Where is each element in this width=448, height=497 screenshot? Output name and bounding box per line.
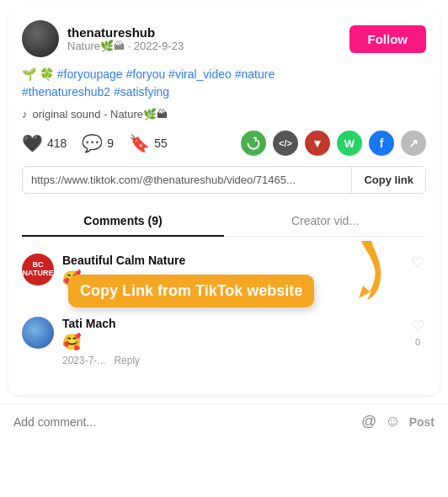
comments-action[interactable]: 💬 9 — [82, 133, 114, 153]
share-code-icon[interactable]: </> — [273, 131, 298, 156]
share-forward-icon[interactable]: ↗ — [401, 131, 426, 156]
tab-creator-videos[interactable]: Creator vid... — [224, 206, 426, 236]
tab-comments[interactable]: Comments (9) — [22, 206, 224, 236]
post-header: thenatureshub Nature🌿🏔 · 2022-9-23 Follo… — [22, 20, 426, 57]
bookmarks-action[interactable]: 🔖 55 — [129, 133, 168, 153]
avatar[interactable] — [22, 20, 59, 57]
sound-text: original sound - Nature🌿🏔 — [33, 108, 168, 120]
comments-section: BCNATURE Beautiful Calm Nature 🥰 ♡ Copy … — [22, 237, 426, 383]
emoji-icon[interactable]: ☺ — [385, 413, 400, 430]
post-button[interactable]: Post — [409, 415, 435, 429]
comment-meta-2: 2023-7-... Reply — [62, 355, 401, 366]
user-details: thenatureshub Nature🌿🏔 · 2022-9-23 — [67, 25, 184, 52]
add-comment-input[interactable] — [13, 415, 353, 429]
comment-like-1: ♡ — [409, 254, 426, 272]
copy-link-button[interactable]: Copy link — [351, 167, 425, 193]
add-comment-bar: @ ☺ Post — [0, 403, 448, 439]
user-info-group: thenatureshub Nature🌿🏔 · 2022-9-23 — [22, 20, 184, 57]
comment-like-2: ♡ 0 — [409, 317, 426, 347]
comment-body-2: Tati Mach 🥰 2023-7-... Reply — [62, 317, 401, 366]
comment-action-icons: @ ☺ — [361, 413, 401, 430]
url-text[interactable]: https://www.tiktok.com/@thenatureshub/vi… — [23, 167, 351, 193]
tabs-bar: Comments (9) Creator vid... — [22, 206, 426, 237]
comment-heart-icon-2[interactable]: ♡ — [411, 317, 424, 335]
follow-button[interactable]: Follow — [349, 25, 427, 53]
comment-avatar-bc: BCNATURE — [22, 254, 54, 286]
share-down-icon[interactable]: ▼ — [305, 131, 330, 156]
bookmarks-count: 55 — [154, 136, 168, 150]
annotation-tooltip: Copy Link from TikTok website — [68, 275, 314, 307]
share-facebook-icon[interactable]: f — [369, 131, 394, 156]
share-tiktok-icon[interactable] — [241, 131, 266, 156]
comment-emoji-2: 🥰 — [62, 333, 401, 351]
user-meta: Nature🌿🏔 · 2022-9-23 — [67, 40, 184, 52]
comment-like-count-2: 0 — [415, 337, 420, 347]
reply-link-2[interactable]: Reply — [114, 355, 140, 366]
comment-item-2: Tati Mach 🥰 2023-7-... Reply ♡ 0 — [22, 308, 426, 375]
likes-action[interactable]: 🖤 418 — [22, 133, 67, 153]
share-whatsapp-icon[interactable]: W — [337, 131, 362, 156]
bookmark-icon: 🔖 — [129, 133, 150, 153]
url-bar: https://www.tiktok.com/@thenatureshub/vi… — [22, 166, 426, 194]
comment-username-2: Tati Mach — [62, 317, 401, 330]
comment-avatar-tati — [22, 317, 54, 349]
likes-count: 418 — [47, 136, 67, 150]
share-icons-group: </> ▼ W f ↗ — [241, 131, 426, 156]
comments-count: 9 — [107, 136, 114, 150]
comment-icon: 💬 — [82, 133, 103, 153]
comment-date-2: 2023-7-... — [62, 355, 105, 366]
sound-info: ♪ original sound - Nature🌿🏔 — [22, 108, 426, 120]
comment-username-1: Beautiful Calm Nature — [62, 254, 401, 267]
action-bar: 🖤 418 💬 9 🔖 55 </> ▼ W f — [22, 131, 426, 156]
post-tags: 🌱 🍀 #foryoupage #foryou #viral_video #na… — [22, 66, 426, 101]
at-icon[interactable]: @ — [361, 413, 376, 430]
music-icon: ♪ — [22, 108, 28, 120]
comment-heart-icon-1[interactable]: ♡ — [411, 254, 424, 272]
username: thenatureshub — [67, 25, 184, 40]
heart-icon: 🖤 — [22, 133, 43, 153]
